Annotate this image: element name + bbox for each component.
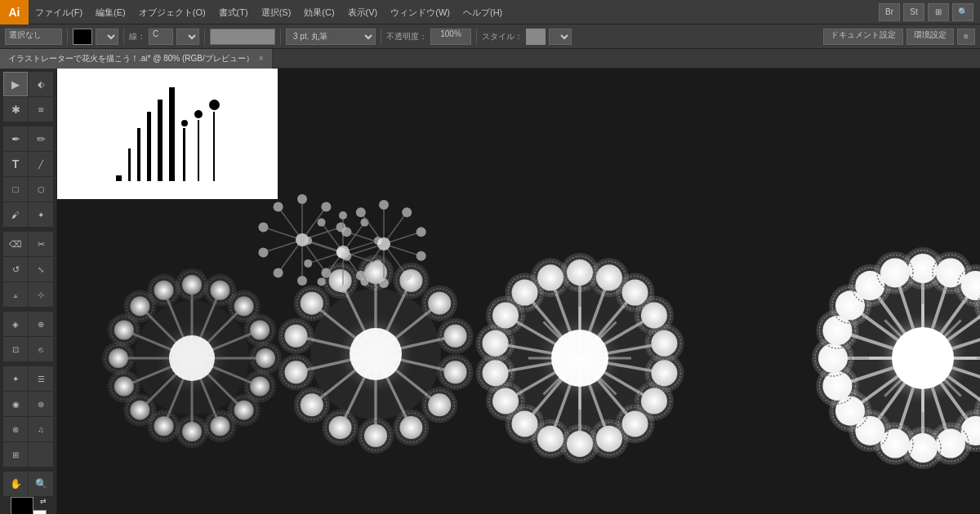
- pen-tool-btn[interactable]: ✒: [3, 126, 28, 151]
- file-menu[interactable]: ファイル(F): [29, 0, 89, 24]
- svg-point-336: [304, 259, 312, 268]
- svg-point-64: [154, 281, 174, 300]
- svg-point-357: [341, 251, 351, 261]
- svg-point-107: [301, 393, 323, 416]
- type-menu[interactable]: 書式(T): [212, 0, 255, 24]
- slice-tool-btn[interactable]: ⎋: [29, 337, 53, 361]
- symbol-spray-btn[interactable]: ♫: [29, 417, 53, 441]
- tab-title: イラストレーターで花火を描こう！.ai* @ 80% (RGB/プレビュー）: [8, 53, 254, 64]
- view-menu[interactable]: 表示(V): [341, 0, 385, 24]
- warp-tool-btn[interactable]: ⟁: [3, 282, 28, 307]
- svg-point-60: [130, 296, 149, 316]
- artboard-tool-btn[interactable]: ⊡: [3, 337, 28, 361]
- app-logo: Ai: [0, 0, 29, 24]
- doc-settings-button[interactable]: ドキュメント設定: [823, 29, 903, 45]
- foreground-color[interactable]: [11, 497, 33, 514]
- opacity-input[interactable]: 100%: [430, 29, 471, 45]
- svg-point-24: [250, 376, 270, 396]
- svg-point-56: [114, 321, 134, 340]
- svg-point-313: [274, 268, 283, 277]
- brush-tool-btn[interactable]: 🖌: [3, 202, 28, 227]
- eraser-tool-btn[interactable]: ⌫: [3, 232, 28, 256]
- left-toolbar: ▶ ⬖ ✱ ≋ ✒ ✏ T ╱ □ ⬡ 🖌 ✦ ⌫ ✂ ↺: [0, 69, 57, 514]
- tab-close-button[interactable]: ×: [259, 54, 264, 63]
- svg-point-48: [114, 376, 134, 396]
- fill-color-swatch[interactable]: [73, 29, 92, 45]
- rect-tool-btn[interactable]: □: [3, 177, 28, 202]
- bridge-button[interactable]: Br: [879, 3, 900, 21]
- workspace-button[interactable]: ⊞: [928, 3, 949, 21]
- color-selector: ⇄ ⊡ ⊟: [2, 497, 55, 514]
- stroke-value-dropdown[interactable]: C: [149, 29, 173, 45]
- svg-point-332: [339, 285, 347, 293]
- type-tool-btn[interactable]: T: [3, 152, 28, 176]
- svg-point-91: [428, 393, 451, 416]
- live-paint-btn[interactable]: ⊕: [29, 312, 53, 336]
- svg-point-349: [416, 251, 426, 261]
- poly-tool-btn[interactable]: ⬡: [29, 177, 53, 202]
- rotate-tool-btn[interactable]: ↺: [3, 257, 28, 281]
- select-menu[interactable]: 選択(S): [255, 0, 298, 24]
- svg-point-16: [250, 321, 270, 340]
- scissors-tool-btn[interactable]: ✂: [29, 232, 53, 256]
- effect-menu[interactable]: 効果(C): [297, 0, 341, 24]
- scale-tool-btn[interactable]: ⤡: [29, 257, 53, 281]
- stock-button[interactable]: St: [903, 3, 924, 21]
- hand-tool-btn[interactable]: ✋: [3, 472, 28, 496]
- eyedropper-btn[interactable]: ⊛: [29, 392, 53, 416]
- svg-point-87: [443, 361, 466, 383]
- blend-tool-btn[interactable]: ⊗: [3, 417, 28, 441]
- zoom-tool-btn[interactable]: 🔍: [29, 472, 53, 496]
- svg-point-315: [258, 247, 268, 257]
- graph-tool-btn[interactable]: ⊞: [3, 442, 28, 467]
- svg-point-334: [318, 277, 326, 286]
- empty-btn: [29, 442, 53, 467]
- svg-point-40: [154, 416, 174, 436]
- blob-brush-btn[interactable]: ✦: [29, 202, 53, 227]
- document-tab[interactable]: イラストレーターで花火を描こう！.ai* @ 80% (RGB/プレビュー） ×: [0, 49, 273, 69]
- shape-builder-btn[interactable]: ◈: [3, 312, 28, 336]
- svg-point-79: [428, 292, 451, 315]
- svg-point-359: [341, 227, 351, 237]
- mesh-tool-btn[interactable]: ☰: [29, 366, 53, 391]
- svg-point-32: [210, 416, 229, 436]
- gradient-tool-btn[interactable]: ◉: [3, 392, 28, 416]
- lasso-tool-btn[interactable]: ≋: [29, 97, 53, 122]
- more-button[interactable]: ≡: [957, 29, 975, 45]
- search-button[interactable]: 🔍: [952, 3, 973, 21]
- svg-point-362: [377, 237, 390, 250]
- svg-point-182: [483, 360, 509, 386]
- svg-point-319: [274, 202, 283, 212]
- magic-wand-tool-btn[interactable]: ✱: [3, 97, 28, 122]
- line-tool-btn[interactable]: ╱: [29, 152, 53, 176]
- svg-point-119: [301, 292, 323, 315]
- canvas-area[interactable]: // Draw fireworks using JavaScript from …: [57, 69, 980, 514]
- pencil-tool-btn[interactable]: ✏: [29, 126, 53, 151]
- free-transform-btn[interactable]: ⊹: [29, 282, 53, 307]
- object-menu[interactable]: オブジェクト(O): [132, 0, 212, 24]
- help-menu[interactable]: ヘルプ(H): [457, 0, 509, 24]
- selection-tool-btn[interactable]: ▶: [3, 72, 28, 96]
- stroke-value-selector[interactable]: ▼: [176, 29, 199, 45]
- select-none-dropdown[interactable]: 選択なし: [5, 29, 62, 45]
- menu-bar: Ai ファイル(F) 編集(E) オブジェクト(O) 書式(T) 選択(S) 効…: [0, 0, 980, 24]
- svg-point-347: [416, 227, 426, 237]
- style-swatch[interactable]: [526, 29, 546, 45]
- swap-colors-icon[interactable]: ⇄: [40, 497, 47, 505]
- svg-point-340: [318, 219, 326, 227]
- svg-point-311: [297, 276, 307, 286]
- edit-menu[interactable]: 編集(E): [89, 0, 132, 24]
- svg-point-351: [402, 271, 412, 281]
- svg-point-345: [402, 207, 412, 217]
- svg-point-52: [109, 348, 128, 368]
- svg-point-8: [210, 281, 229, 300]
- perspective-tool-btn[interactable]: ✦: [3, 366, 28, 391]
- svg-point-162: [596, 426, 622, 452]
- svg-point-301: [297, 194, 307, 204]
- stroke-dropdown[interactable]: ▼: [96, 29, 118, 45]
- style-dropdown[interactable]: ▼: [549, 29, 572, 45]
- direct-select-tool-btn[interactable]: ⬖: [29, 72, 53, 96]
- window-menu[interactable]: ウィンドウ(W): [384, 0, 457, 24]
- preferences-button[interactable]: 環境設定: [906, 29, 954, 45]
- brush-selector[interactable]: 3 pt. 丸筆: [286, 29, 376, 45]
